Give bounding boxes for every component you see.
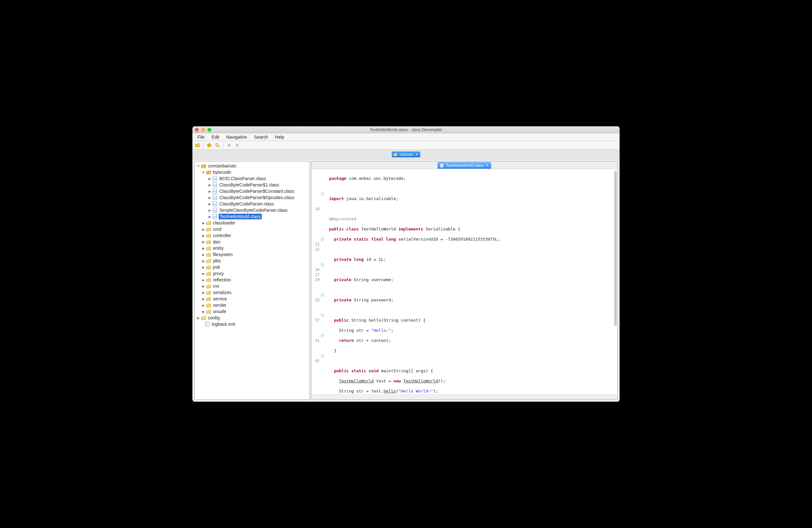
close-window-button[interactable] [195,128,199,132]
horizontal-scrollbar[interactable] [311,395,618,399]
svg-text:010: 010 [213,203,217,205]
menu-navigation[interactable]: Navigation [223,133,250,141]
class-file-icon: 010 [212,176,217,181]
tree-folder[interactable]: ▶cmd [195,226,309,232]
gutter-line [311,176,325,181]
gutter-line [311,196,325,201]
gutter-line [311,287,325,292]
folder-icon [206,252,211,257]
search-icon[interactable] [214,142,220,148]
menu-edit[interactable]: Edit [208,133,222,141]
tree-folder[interactable]: ▶rmi [195,283,309,289]
open-type-icon[interactable] [206,142,212,148]
package-open-icon [201,163,206,168]
fold-icon[interactable]: − [321,334,324,337]
fold-icon[interactable]: − [321,263,324,266]
svg-text:010: 010 [213,190,217,192]
tree-class-file[interactable]: ▶010ClassByteCodeParser$Constant.class [195,188,309,194]
gutter-line: − [311,262,325,267]
tree-folder[interactable]: ▶controller [195,232,309,239]
package-tree[interactable]: ▼ com/anbai/sec ▼ bytecode ▶010BCELClass… [194,161,309,399]
forward-icon[interactable] [234,142,241,148]
gutter-line [311,186,325,191]
zoom-window-button[interactable] [207,128,212,132]
folder-icon [206,284,211,289]
gutter-line [311,227,325,232]
tree-folder-bytecode[interactable]: ▼ bytecode [195,169,309,175]
gutter-line: 21 [311,242,325,247]
titlebar: TestHelloWorld.class - Java Decompiler [192,126,620,133]
tree-folder-config[interactable]: ▶ config [195,315,309,321]
tree-folder[interactable]: ▶classloader [195,220,309,226]
tree-folder[interactable]: ▶jndi [195,264,309,270]
tree-folder[interactable]: ▶service [195,296,309,302]
tree-class-file[interactable]: ▶010SimpleClassByteCodeParser.class [195,207,309,213]
folder-icon [206,277,211,282]
fold-icon[interactable]: − [321,192,324,195]
project-tab-classes[interactable]: classes ✕ [392,151,420,157]
tree-class-file[interactable]: ▶010ClassByteCodeParser$Opcodes.class [195,194,309,201]
editor-tabstrip: 010 TestHelloWorld.class ✕ [311,161,618,169]
svg-text:010: 010 [213,184,217,186]
gutter-line [311,201,325,206]
folder-icon [206,309,211,314]
tree-class-file[interactable]: ▶010BCELClassParser.class [195,175,309,182]
open-file-icon[interactable] [194,142,201,148]
editor-tab[interactable]: 010 TestHelloWorld.class ✕ [438,162,491,169]
svg-line-3 [218,146,219,147]
menu-help[interactable]: Help [272,133,287,141]
tree-folder[interactable]: ▶serializes [195,289,309,296]
gutter-line: 22 [311,247,325,252]
tree-package-root[interactable]: ▼ com/anbai/sec [195,163,309,169]
tree-folder[interactable]: ▶filesystem [195,251,309,258]
folder-icon [206,258,211,263]
folder-icon [201,315,206,320]
app-window: TestHelloWorld.class - Java Decompiler F… [192,126,620,402]
gutter-line [311,257,325,262]
fold-icon[interactable]: − [321,354,324,357]
gutter-line [311,323,325,328]
tree-folder[interactable]: ▶servlet [195,302,309,308]
vertical-scrollbar[interactable] [614,171,617,326]
fold-icon[interactable]: − [321,314,324,317]
fold-icon[interactable]: − [321,294,324,297]
svg-text:010: 010 [213,197,217,199]
gutter-line: 41 [311,338,325,343]
gutter-line [311,212,325,216]
close-tab-icon[interactable]: ✕ [486,163,489,168]
close-tab-icon[interactable]: ✕ [415,152,418,157]
tree-folder[interactable]: ▶proxy [195,270,309,277]
menu-search[interactable]: Search [251,133,271,141]
minimize-window-button[interactable] [201,128,205,132]
folder-icon [206,220,211,225]
package-open-icon [206,170,211,175]
project-tabstrip: classes ✕ [192,150,620,159]
fold-icon[interactable]: − [321,238,324,241]
editor-pane: 010 TestHelloWorld.class ✕ − 14 −21 22 −… [311,161,618,400]
tree-class-file[interactable]: ▶010ClassByteCodeParser.class [195,201,309,207]
tree-class-file[interactable]: ▶010ClassByteCodeParser$1.class [195,182,309,188]
code-area[interactable]: package com.anbai.sec.bytecode; import j… [325,169,618,395]
tree-folder[interactable]: ▶entity [195,245,309,251]
gutter-line: 26 [311,267,325,272]
gutter-line [311,282,325,287]
xml-file-icon: X [205,322,210,327]
code-editor[interactable]: − 14 −21 22 −26 27 29 −33 −37 −41 −45 pa… [311,169,618,395]
class-file-icon: 010 [212,201,217,206]
tree-folder[interactable]: ▶dao [195,239,309,245]
tree-class-file[interactable]: ▶010TestHelloWorld.class [195,213,309,220]
window-controls [195,128,212,132]
folder-icon [206,246,211,251]
menu-file[interactable]: File [194,133,208,141]
tree-folder[interactable]: ▶jdbc [195,258,309,264]
back-icon[interactable] [226,142,232,148]
toolbar [192,141,620,150]
gutter-line [311,252,325,257]
tree-folder[interactable]: ▶unsafe [195,308,309,315]
tree-folder[interactable]: ▶reflection [195,277,309,283]
class-file-icon: 010 [212,195,217,200]
folder-icon [206,265,211,270]
svg-text:010: 010 [213,178,217,180]
tree-file-logback[interactable]: X logback.xml [195,321,309,327]
gutter-line: − [311,191,325,196]
